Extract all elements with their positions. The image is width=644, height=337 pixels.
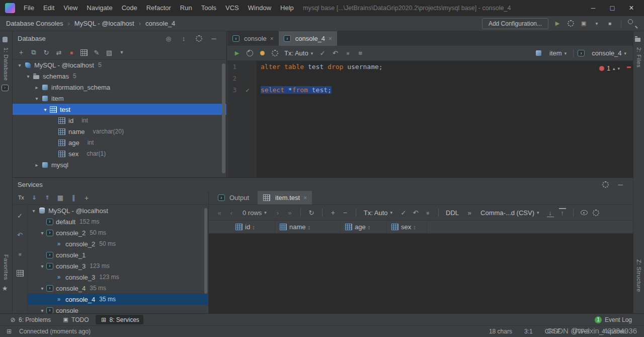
search-icon[interactable] (627, 18, 638, 29)
db-stripe-icon[interactable] (1, 35, 9, 43)
run-icon[interactable] (552, 18, 563, 29)
chevron-icon[interactable] (33, 162, 41, 168)
close-icon[interactable]: × (303, 194, 307, 201)
diagram-icon[interactable] (104, 47, 115, 58)
console-stripe-icon[interactable] (2, 85, 9, 91)
submit-icon[interactable] (398, 207, 409, 218)
column-header[interactable]: age ↕ (341, 221, 387, 233)
chevron-icon[interactable] (38, 286, 46, 291)
sidebar-item-files[interactable]: 2: Files (636, 47, 642, 68)
add-configuration-button[interactable]: Add Configuration... (482, 18, 548, 29)
menu-item[interactable]: Tools (197, 0, 221, 16)
expand-all-icon[interactable] (29, 192, 40, 204)
rollback-icon[interactable] (410, 207, 421, 218)
schema-select[interactable]: item (547, 49, 569, 57)
status-item[interactable]: CRLF (545, 328, 560, 335)
add-icon[interactable] (328, 207, 339, 218)
sort-icon[interactable]: ↕ (368, 224, 371, 230)
tree-row[interactable]: console_3 123 ms (28, 272, 208, 283)
chevron-icon[interactable] (33, 85, 41, 90)
remove-icon[interactable] (340, 207, 351, 218)
stop-icon[interactable] (66, 47, 77, 58)
more-icon[interactable] (464, 207, 475, 218)
submit-icon[interactable] (317, 48, 328, 59)
column-header[interactable]: id ↕ (231, 221, 275, 233)
page-size-select[interactable]: 0 rows (240, 209, 269, 217)
eye-icon[interactable] (579, 207, 590, 218)
run-icon[interactable] (231, 48, 243, 59)
next-icon[interactable] (272, 207, 283, 218)
history-icon[interactable] (244, 48, 255, 59)
wrench-icon[interactable] (269, 48, 280, 59)
tree-row[interactable]: console_4 35 ms (28, 283, 208, 294)
editor-tab[interactable]: console × (227, 31, 279, 46)
tree-row[interactable]: test (13, 104, 226, 115)
edit-icon[interactable] (91, 47, 102, 58)
close-icon[interactable]: × (329, 35, 332, 42)
chevron-icon[interactable] (38, 263, 46, 269)
gear-icon[interactable] (193, 33, 204, 44)
maximize-button[interactable] (603, 0, 622, 16)
add-icon[interactable] (16, 47, 27, 58)
sidebar-item-favorites[interactable]: Favorites (3, 254, 9, 280)
breadcrumb-item[interactable]: console_4 (134, 20, 176, 27)
profiler-icon[interactable] (565, 18, 576, 29)
tree-row[interactable]: information_schema (13, 82, 226, 93)
chevron-icon[interactable] (33, 96, 41, 101)
tree-row[interactable]: console_3 123 ms (28, 260, 208, 272)
refresh-icon[interactable] (41, 47, 52, 58)
hide-icon[interactable] (208, 33, 219, 44)
import-icon[interactable] (557, 207, 568, 218)
export-format-select[interactable]: Comma-...d (CSV) (478, 209, 541, 217)
column-header[interactable]: sex ↕ (387, 221, 427, 233)
menu-item[interactable]: Window (244, 0, 276, 16)
inspections-widget[interactable]: 1 ▴ ▾ (599, 65, 620, 72)
collapse-all-icon[interactable] (42, 192, 53, 204)
rollback-icon[interactable] (15, 229, 26, 240)
tree-row[interactable]: console_2 50 ms (28, 227, 208, 238)
group-icon[interactable] (55, 192, 66, 204)
star-icon[interactable] (1, 284, 9, 292)
stop-disabled-icon[interactable] (15, 248, 26, 259)
editor-tab[interactable]: console_4 × (279, 31, 337, 46)
tree-row[interactable]: age int (13, 137, 226, 148)
chevron-icon[interactable] (16, 62, 24, 68)
chevron-icon[interactable] (24, 74, 32, 79)
menu-item[interactable]: VCS (221, 0, 244, 16)
sort-icon[interactable]: ↕ (413, 224, 416, 230)
minimize-button[interactable] (584, 0, 603, 16)
grid-view-icon[interactable] (78, 47, 90, 58)
breadcrumb-item[interactable]: MySQL - @localhost (63, 20, 134, 27)
tree-row[interactable]: MySQL - @localhost 5 (13, 59, 226, 71)
session-select[interactable]: console_4 (589, 49, 629, 57)
scrollbar[interactable] (222, 63, 225, 173)
chevron-icon[interactable] (38, 230, 46, 236)
toolwindow-problems[interactable]: 6: Problems (5, 315, 55, 324)
export-icon[interactable] (545, 207, 556, 218)
error-stripe-mark[interactable] (627, 66, 631, 68)
menu-item[interactable]: Navigate (82, 0, 117, 16)
menu-item[interactable]: Run (176, 0, 197, 16)
sidebar-item-database[interactable]: 1: Database (3, 47, 9, 81)
status-item[interactable]: UTF-8 (573, 328, 590, 335)
sort-icon[interactable] (178, 33, 189, 44)
changes-icon[interactable] (257, 48, 268, 59)
code-editor[interactable]: 1 alter table test drop username; 2 3 se… (227, 61, 633, 177)
tree-row[interactable]: console_2 50 ms (28, 238, 208, 249)
prev-error-icon[interactable]: ▴ (613, 66, 615, 71)
gear-icon[interactable] (600, 179, 611, 190)
hide-icon[interactable] (615, 179, 626, 190)
scrollbar[interactable] (204, 208, 207, 294)
result-grid-body[interactable] (209, 234, 633, 313)
tree-row[interactable]: console_1 (28, 249, 208, 260)
add-icon[interactable] (81, 192, 92, 204)
chevron-icon[interactable] (38, 308, 46, 313)
toolwindow-services[interactable]: 8: Services (96, 315, 143, 324)
status-item[interactable]: 4 spaces (602, 328, 626, 335)
chevron-icon[interactable] (41, 107, 49, 112)
gear-icon[interactable] (591, 207, 602, 218)
chevron-icon[interactable] (30, 208, 38, 214)
submit-icon[interactable] (15, 210, 26, 221)
tree-row[interactable]: default 152 ms (28, 216, 208, 227)
first-icon[interactable] (214, 207, 225, 218)
